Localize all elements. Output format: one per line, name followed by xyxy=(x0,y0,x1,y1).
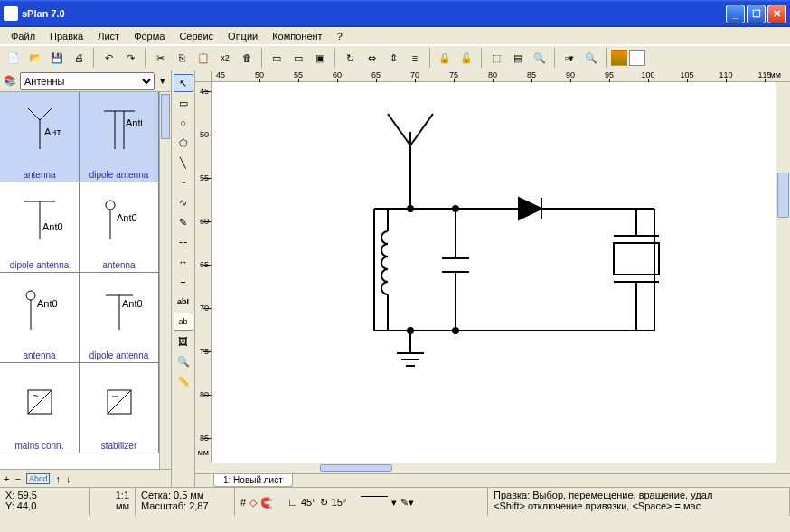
color2-icon[interactable] xyxy=(629,50,645,66)
svg-point-48 xyxy=(453,328,458,333)
snap-icon[interactable]: ⬚ xyxy=(486,48,506,68)
maximize-button[interactable]: ☐ xyxy=(747,5,766,23)
library-select[interactable]: Антенны xyxy=(20,72,155,90)
horizontal-scrollbar[interactable] xyxy=(212,463,776,473)
zoom-icon[interactable]: 🔍 xyxy=(581,48,601,68)
mirror-h-icon[interactable]: ⇔ xyxy=(362,48,381,68)
page-icon[interactable]: ▫▾ xyxy=(560,48,579,68)
svg-line-24 xyxy=(108,390,131,414)
lib-up-icon[interactable]: ↑ xyxy=(55,473,61,484)
library-scrollbar[interactable] xyxy=(159,92,171,469)
svg-text:Ant0: Ant0 xyxy=(42,221,62,232)
lib-remove-icon[interactable]: − xyxy=(14,473,20,484)
library-buttons: + − Abcd ↑ ↓ xyxy=(0,469,171,487)
search-icon[interactable]: 🔍 xyxy=(530,48,550,68)
point-tool-icon[interactable]: + xyxy=(174,273,193,291)
svg-point-14 xyxy=(26,291,35,300)
dimension-tool-icon[interactable]: ↔ xyxy=(174,253,193,271)
vertical-scrollbar[interactable] xyxy=(776,82,790,463)
menu-help[interactable]: ? xyxy=(332,29,348,43)
svg-rect-43 xyxy=(614,243,659,275)
svg-point-11 xyxy=(106,201,115,210)
status-zoom: Масштаб: 2,87 xyxy=(141,500,229,511)
status-angle2: 15° xyxy=(332,497,347,508)
lib-item-dipole-1[interactable]: Ant0 dipole antenna xyxy=(80,92,159,182)
close-button[interactable]: ✕ xyxy=(767,5,786,23)
redo-icon[interactable]: ↷ xyxy=(120,48,140,68)
poly-tool-icon[interactable]: ⬠ xyxy=(174,134,193,152)
lib-item-antenna-3[interactable]: Ant0 antenna xyxy=(0,273,80,362)
line-tool-icon[interactable]: ╲ xyxy=(174,154,193,172)
copy-icon[interactable]: ⎘ xyxy=(172,48,192,68)
menu-service[interactable]: Сервис xyxy=(174,29,219,43)
rotate-icon[interactable]: ↻ xyxy=(340,48,360,68)
open-icon[interactable]: 📂 xyxy=(25,48,45,68)
drawing-canvas[interactable] xyxy=(212,82,776,463)
zoom-tool-icon[interactable]: 🔍 xyxy=(174,352,193,370)
lib-item-dipole-3[interactable]: Ant0 dipole antenna xyxy=(80,273,159,362)
lib-dropdown-icon[interactable]: ▾ xyxy=(156,71,169,91)
menu-edit[interactable]: Правка xyxy=(44,29,89,43)
grid-toggle-icon[interactable]: # xyxy=(240,497,246,508)
magnet-icon[interactable]: 🧲 xyxy=(260,497,273,508)
menu-bar: Файл Правка Лист Форма Сервис Опции Комп… xyxy=(0,27,790,45)
rect-tool-icon[interactable]: ▭ xyxy=(174,94,193,112)
angle-icon[interactable]: ∟ xyxy=(287,497,297,508)
cut-icon[interactable]: ✂ xyxy=(150,48,170,68)
front-icon[interactable]: ▭ xyxy=(267,48,287,68)
svg-line-27 xyxy=(388,114,410,145)
lib-item-antenna-1[interactable]: Ант antenna xyxy=(0,92,80,182)
lib-item-dipole-2[interactable]: Ant0 dipole antenna xyxy=(0,182,80,272)
snap-toggle-icon[interactable]: ◇ xyxy=(249,497,257,508)
menu-form[interactable]: Форма xyxy=(128,29,170,43)
node-tool-icon[interactable]: ⊹ xyxy=(174,233,193,251)
horizontal-ruler: 4550556065707580859095100105110115мм xyxy=(195,70,790,82)
line-style-icon[interactable] xyxy=(361,496,388,508)
minimize-button[interactable]: _ xyxy=(726,5,745,23)
freehand-tool-icon[interactable]: ✎ xyxy=(174,213,193,231)
svg-line-28 xyxy=(410,114,433,145)
image-tool-icon[interactable]: 🖼 xyxy=(174,332,193,350)
menu-sheet[interactable]: Лист xyxy=(92,29,125,43)
group-icon[interactable]: ▣ xyxy=(310,48,330,68)
lib-item-antenna-2[interactable]: Ant0 antenna xyxy=(80,182,159,272)
menu-file[interactable]: Файл xyxy=(5,29,41,43)
lib-rename-icon[interactable]: Abcd xyxy=(26,473,51,484)
save-icon[interactable]: 💾 xyxy=(47,48,67,68)
lib-item-stabilizer[interactable]: stabilizer xyxy=(80,363,159,453)
label-tool-icon[interactable]: ab xyxy=(174,313,193,331)
pen-icon[interactable]: ✎▾ xyxy=(400,497,414,508)
align-icon[interactable]: ≡ xyxy=(405,48,425,68)
new-icon[interactable]: 📄 xyxy=(4,48,24,68)
color1-icon[interactable] xyxy=(611,50,627,66)
sheet-tab-1[interactable]: 1: Новый лист xyxy=(213,474,293,487)
lib-icon[interactable]: 📚 xyxy=(2,73,18,89)
undo-icon[interactable]: ↶ xyxy=(99,48,118,68)
text-tool-icon[interactable]: abI xyxy=(174,293,193,311)
unlock-icon[interactable]: 🔓 xyxy=(456,48,476,68)
bezier-tool-icon[interactable]: ∿ xyxy=(174,193,193,211)
back-icon[interactable]: ▭ xyxy=(288,48,308,68)
duplicate-icon[interactable]: x2 xyxy=(215,48,235,68)
list-icon[interactable]: ▤ xyxy=(508,48,528,68)
svg-line-1 xyxy=(28,108,40,120)
mirror-v-icon[interactable]: ⇕ xyxy=(383,48,403,68)
svg-text:~: ~ xyxy=(33,390,38,401)
svg-text:Ant0: Ant0 xyxy=(117,212,137,223)
curve-tool-icon[interactable]: ~ xyxy=(174,173,193,191)
menu-component[interactable]: Компонент xyxy=(267,29,327,43)
lib-add-icon[interactable]: + xyxy=(4,473,9,484)
lock-icon[interactable]: 🔒 xyxy=(435,48,455,68)
measure-tool-icon[interactable]: 📏 xyxy=(174,372,193,390)
sheet-tabs: 1: Новый лист xyxy=(195,473,790,487)
menu-options[interactable]: Опции xyxy=(222,29,263,43)
circle-tool-icon[interactable]: ○ xyxy=(174,114,193,132)
lib-down-icon[interactable]: ↓ xyxy=(66,473,71,484)
rotate-step-icon[interactable]: ↻ xyxy=(320,497,328,508)
paste-icon[interactable]: 📋 xyxy=(193,48,213,68)
svg-marker-39 xyxy=(519,198,541,219)
delete-icon[interactable]: 🗑 xyxy=(237,48,257,68)
print-icon[interactable]: 🖨 xyxy=(69,48,89,68)
select-tool-icon[interactable]: ↖ xyxy=(174,74,193,92)
lib-item-mains[interactable]: ~ mains conn. xyxy=(0,363,80,453)
